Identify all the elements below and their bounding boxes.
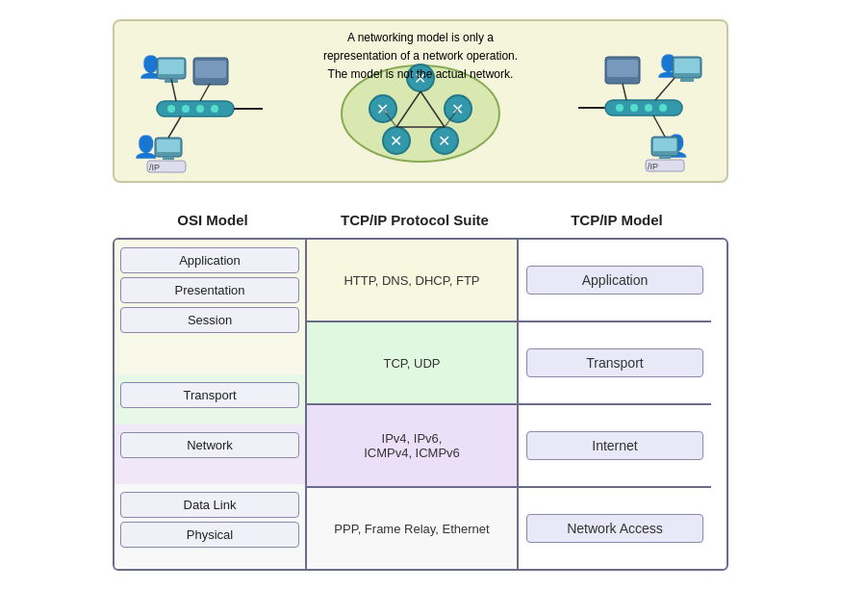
diagram-section: A networking model is only a representat… bbox=[38, 19, 803, 183]
osi-transport-layer: Transport bbox=[120, 382, 299, 408]
osi-application-layer: Application bbox=[120, 247, 299, 273]
svg-rect-56 bbox=[659, 156, 671, 159]
svg-point-41 bbox=[630, 104, 638, 112]
svg-point-10 bbox=[196, 105, 204, 113]
main-container: A networking model is only a representat… bbox=[0, 0, 841, 590]
osi-network-layer: Network bbox=[120, 432, 299, 458]
svg-line-13 bbox=[200, 84, 210, 101]
app-protocols: HTTP, DNS, DHCP, FTP bbox=[344, 273, 479, 288]
tcpip-transport-cell: Transport bbox=[519, 322, 711, 405]
tcpip-application-box: Application bbox=[526, 266, 703, 295]
svg-point-9 bbox=[182, 105, 190, 113]
tcpip-application-cell: Application bbox=[519, 240, 711, 322]
svg-point-8 bbox=[167, 105, 175, 113]
svg-line-59 bbox=[653, 116, 665, 137]
svg-point-40 bbox=[616, 104, 624, 112]
tcpip-internet-box: Internet bbox=[526, 431, 703, 460]
svg-rect-16 bbox=[157, 140, 180, 152]
osi-presentation-layer: Presentation bbox=[120, 277, 299, 303]
network-diagram: A networking model is only a representat… bbox=[113, 19, 728, 183]
osi-transport-section: Transport bbox=[115, 374, 305, 424]
models-section: OSI Model TCP/IP Protocol Suite TCP/IP M… bbox=[38, 206, 803, 571]
osi-datalink-section: Data Link Physical bbox=[115, 484, 305, 569]
tcpip-transport-box: Transport bbox=[526, 348, 703, 377]
svg-text:/IP: /IP bbox=[149, 163, 160, 172]
tcpip-header: TCP/IP Model bbox=[521, 206, 713, 234]
models-container: OSI Model TCP/IP Protocol Suite TCP/IP M… bbox=[113, 206, 728, 571]
caption-line3: The model is not the actual network. bbox=[328, 67, 514, 81]
tcpip-network-access-cell: Network Access bbox=[519, 488, 711, 569]
protocol-datalink-cell: PPP, Frame Relay, Ethernet bbox=[307, 488, 517, 569]
caption-line2: representation of a network operation. bbox=[323, 49, 518, 63]
svg-rect-55 bbox=[653, 139, 676, 151]
caption-line1: A networking model is only a bbox=[347, 31, 494, 44]
tcpip-network-access-box: Network Access bbox=[526, 514, 703, 543]
osi-column: Application Presentation Session Transpo… bbox=[115, 240, 307, 569]
svg-point-11 bbox=[211, 105, 218, 113]
tcpip-internet-cell: Internet bbox=[519, 405, 711, 488]
protocol-app-cell: HTTP, DNS, DHCP, FTP bbox=[307, 240, 517, 322]
svg-text:/IP: /IP bbox=[648, 162, 658, 171]
protocol-transport-cell: TCP, UDP bbox=[307, 322, 517, 405]
transport-protocols: TCP, UDP bbox=[384, 356, 441, 371]
svg-rect-17 bbox=[163, 157, 174, 160]
network-protocols: IPv4, IPv6,ICMPv4, ICMPv6 bbox=[364, 431, 460, 460]
osi-session-layer: Session bbox=[120, 307, 299, 333]
svg-line-20 bbox=[168, 116, 181, 138]
datalink-protocols: PPP, Frame Relay, Ethernet bbox=[334, 522, 489, 536]
protocol-network-cell: IPv4, IPv6,ICMPv4, ICMPv6 bbox=[307, 405, 517, 488]
svg-text:✕: ✕ bbox=[390, 133, 402, 149]
osi-network-section: Network bbox=[115, 424, 305, 484]
tcpip-column: Application Transport Internet Network A… bbox=[519, 240, 711, 569]
svg-point-43 bbox=[659, 104, 667, 112]
osi-physical-layer: Physical bbox=[120, 522, 299, 548]
osi-datalink-layer: Data Link bbox=[120, 492, 299, 518]
models-grid: Application Presentation Session Transpo… bbox=[113, 238, 728, 571]
svg-line-51 bbox=[623, 84, 626, 100]
diagram-caption: A networking model is only a representat… bbox=[115, 29, 726, 85]
protocol-header: TCP/IP Protocol Suite bbox=[309, 206, 521, 234]
osi-header: OSI Model bbox=[116, 206, 309, 234]
svg-point-42 bbox=[645, 104, 652, 112]
protocol-column: HTTP, DNS, DHCP, FTP TCP, UDP IPv4, IPv6… bbox=[307, 240, 519, 569]
svg-text:✕: ✕ bbox=[438, 133, 450, 149]
osi-app-section: Application Presentation Session bbox=[115, 240, 305, 374]
models-headers: OSI Model TCP/IP Protocol Suite TCP/IP M… bbox=[113, 206, 728, 234]
